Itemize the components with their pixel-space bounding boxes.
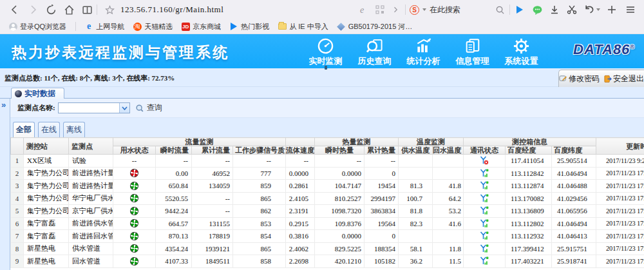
gauge-icon [317,37,334,55]
sub-header: 累计流量 [192,146,233,155]
cell: -- [192,192,233,205]
change-password-button[interactable]: 修改密码 [559,73,600,84]
video-icon[interactable] [514,4,526,15]
reading-mode-icon[interactable] [81,4,93,15]
water-status-icon [130,244,138,253]
cell: 2.4062 [286,242,315,255]
cell: 集宁热力公司 [24,180,69,193]
wechat-icon[interactable] [531,4,543,15]
cell: 前进路供水管道 [69,217,113,230]
refresh-icon[interactable] [45,4,57,15]
cell [113,255,156,268]
cell: 420.1210 [315,255,365,268]
status-tab[interactable]: 全部 [13,122,35,137]
cell [113,167,156,180]
table-row[interactable]: 5集宁热力公司京宁电厂供水主9442.24--8622.31911098.732… [11,205,644,218]
undo-caret-icon[interactable] [596,8,600,11]
cell: 862 [233,205,286,218]
back-icon[interactable] [9,4,21,15]
table-row[interactable]: 2集宁热力公司前进路热计量回0.00469527770.00000.000001… [11,167,644,180]
status-tab[interactable]: 在线 [38,122,60,137]
expand-icon[interactable] [390,4,401,15]
menu-gear[interactable]: 系统设置 [503,37,540,67]
table-row[interactable]: 7集宁富磊前进路回水管道870.131788198540.38160.00000… [11,230,644,243]
cell [113,230,156,243]
cell: 2017/11/23 17:2 [596,205,644,218]
page-tab-strip: 实时数据 [0,87,644,99]
table-row[interactable]: 9新星热电回水管道4107.3318495118582.2698420.1210… [11,255,644,268]
main-menu: 实时监测历史查询统计分析信息管理系统设置 [307,37,552,67]
search-engine-caret-icon[interactable] [422,8,426,11]
menu-history-search[interactable]: 历史查询 [356,37,393,67]
query-button[interactable]: 查询 [135,102,162,113]
main-area: » 监测点名称: 查询 全部在线离线 测控站 [0,99,644,270]
bookmark-item[interactable]: 从 IE 中导入 [278,22,328,32]
select-dropdown-button[interactable] [119,103,129,113]
search-icon[interactable] [494,4,506,15]
cell [464,205,506,218]
favorite-star-icon[interactable] [104,4,115,15]
qrcode-icon[interactable] [374,4,386,15]
tmall-icon: 淘 [133,22,142,31]
forward-icon[interactable] [27,4,39,15]
bookmark-item[interactable]: 热门影视 [229,22,269,32]
cell: 9 [11,255,24,268]
cell: 前进路热计量供 [69,180,113,193]
content-panel: 监测点名称: 查询 全部在线离线 测控站 监测点 [10,99,644,270]
status-tab[interactable]: 离线 [63,122,85,137]
table-row[interactable]: 3集宁热力公司前进路热计量供650.841340598590.2861104.7… [11,180,644,193]
sub-header: 百度纬度 [552,146,596,155]
table-row[interactable]: 4集宁热力公司华宁电厂供水主5520.55--8652.4105810.2527… [11,192,644,205]
search-input[interactable]: 在此搜索 [430,5,460,15]
cell [399,155,433,168]
cell: 新星热电 [24,255,69,268]
home-icon[interactable] [63,4,75,15]
undo-icon[interactable] [583,4,595,15]
download-icon[interactable] [549,4,560,15]
expand-sidebar-icon[interactable]: » [1,100,6,110]
tab-realtime-data[interactable]: 实时数据 [11,88,64,99]
cell: 前进路热计量回 [69,167,113,180]
cell [433,230,464,243]
cell [113,205,156,218]
menu-gauge[interactable]: 实时监测 [307,37,344,67]
cell: 5 [11,205,24,218]
bookmark-item[interactable]: JD京东商城 [181,22,221,32]
e-icon: e [84,22,93,31]
comm-status-icon [464,156,505,165]
group-box-info: 测控箱信息 [464,138,596,146]
cell: 19454 [365,180,399,193]
folder-icon [278,22,287,31]
menu-documents[interactable]: 信息管理 [454,37,491,67]
sogou-logo-icon[interactable]: S [410,5,419,15]
bookmark-item[interactable]: GB50179-2015 河… [337,22,413,32]
bookmark-item[interactable]: 登录QQ浏览器 [8,22,66,32]
bookmark-item[interactable]: 淘天猫精选 [133,22,173,32]
sidebar-collapse-strip[interactable]: » [0,99,10,270]
ie-icon[interactable]: e [358,4,370,15]
bookmarks-divider [75,22,76,31]
menu-icon[interactable] [625,4,636,15]
cell: 104.7147 [315,180,365,193]
comm-status-icon [464,194,505,203]
cell: 870.13 [156,230,192,243]
cell: 865 [233,192,286,205]
table-row[interactable]: 1XX区域试验--------------117.41105425.905514… [11,155,644,168]
exit-icon [603,75,612,83]
cell: 2994197 [365,192,399,205]
monitor-point-select[interactable] [58,102,130,113]
monitor-summary: 监测点总数: 11个, 在线: 8个, 离线: 3个, 在线率: 72.73% [5,73,175,83]
water-status-icon [130,207,138,215]
bookmark-label: 从 IE 中导入 [289,22,328,32]
bookmark-item[interactable]: e上网导航 [84,22,124,32]
screenshot-scissors-icon[interactable] [566,4,578,15]
cell: 25.905514 [552,155,596,168]
table-row[interactable]: 8新星热电供水管道4354.2419391218652.4062829.5225… [11,242,644,255]
safe-exit-button[interactable]: 安全退出 [603,73,644,84]
address-bar[interactable]: 123.56.71.160/gr/Main.html [120,5,223,15]
new-tab-icon[interactable] [606,4,618,15]
table-row[interactable]: 6集宁富磊前进路供水管道664.571311558530.2915109.837… [11,217,644,230]
menu-chart[interactable]: 统计分析 [405,37,442,67]
cell [113,217,156,230]
search-box[interactable]: S 在此搜索 [410,4,506,15]
